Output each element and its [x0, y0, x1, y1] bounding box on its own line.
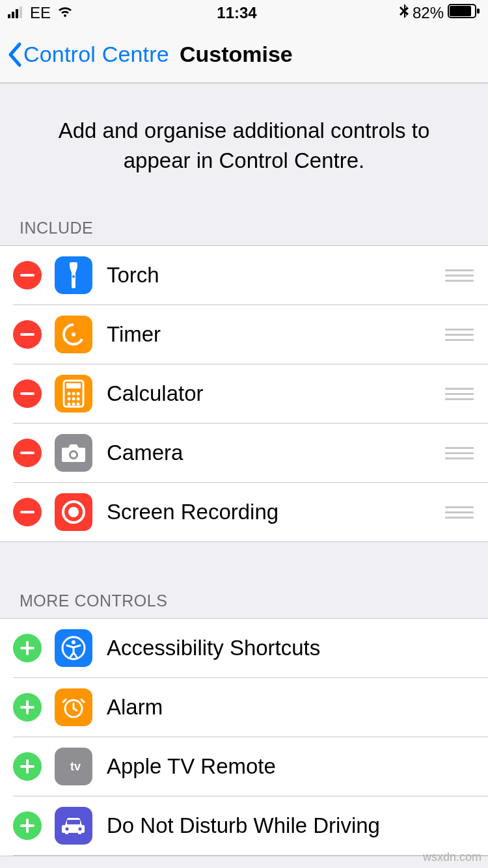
- svg-rect-15: [66, 383, 81, 388]
- camera-icon: [55, 434, 92, 472]
- list-item-alarm: Alarm: [0, 678, 488, 737]
- signal-icon: [8, 4, 25, 22]
- battery-icon: [448, 4, 480, 22]
- status-right: 82%: [400, 4, 480, 22]
- row-label: Screen Recording: [107, 500, 445, 524]
- svg-rect-6: [477, 8, 480, 14]
- row-label: Calculator: [107, 381, 445, 406]
- svg-point-22: [68, 403, 71, 406]
- remove-button[interactable]: [13, 261, 42, 290]
- record-icon: [55, 493, 92, 531]
- section-header-more: MORE CONTROLS: [0, 581, 488, 618]
- svg-rect-32: [20, 647, 34, 649]
- svg-rect-42: [20, 824, 34, 827]
- svg-rect-3: [20, 7, 22, 18]
- drag-handle-icon[interactable]: [445, 447, 474, 459]
- list-item-accessibility: Accessibility Shortcuts: [0, 619, 488, 677]
- timer-icon: [55, 316, 92, 353]
- add-button[interactable]: [13, 634, 42, 662]
- svg-rect-25: [20, 452, 34, 454]
- drag-handle-icon[interactable]: [445, 269, 474, 282]
- row-label: Accessibility Shortcuts: [107, 636, 488, 660]
- list-item-dnd-driving: Do Not Disturb While Driving: [0, 796, 488, 855]
- add-button[interactable]: [13, 811, 42, 840]
- remove-button[interactable]: [13, 439, 42, 467]
- remove-button[interactable]: [13, 320, 42, 349]
- svg-point-21: [77, 398, 80, 401]
- drag-handle-icon[interactable]: [445, 506, 474, 519]
- svg-point-24: [77, 403, 80, 406]
- status-bar: EE 11:34 82%: [0, 0, 488, 26]
- add-button[interactable]: [13, 752, 42, 781]
- svg-point-34: [72, 640, 75, 644]
- watermark: wsxdn.com: [423, 850, 481, 864]
- list-item-screen-recording: Screen Recording: [0, 483, 488, 541]
- remove-button[interactable]: [13, 498, 42, 526]
- svg-point-9: [72, 275, 75, 278]
- svg-point-16: [68, 392, 71, 396]
- svg-rect-45: [67, 820, 80, 824]
- appletv-icon: tv: [55, 748, 92, 785]
- add-button[interactable]: [13, 693, 42, 722]
- svg-rect-8: [70, 262, 77, 267]
- list-item-torch: Torch: [0, 246, 488, 305]
- svg-text:tv: tv: [70, 760, 81, 773]
- accessibility-icon: [55, 629, 92, 667]
- car-icon: [55, 807, 92, 845]
- svg-rect-5: [450, 6, 471, 16]
- drag-handle-icon[interactable]: [445, 388, 474, 400]
- calculator-icon: [55, 375, 92, 413]
- back-button[interactable]: Control Centre: [23, 42, 169, 67]
- status-time: 11:34: [217, 4, 256, 22]
- svg-point-30: [68, 507, 79, 517]
- torch-icon: [55, 256, 92, 294]
- svg-point-20: [72, 398, 75, 401]
- list-item-camera: Camera: [0, 424, 488, 482]
- back-chevron-icon[interactable]: [7, 42, 22, 68]
- nav-bar: Control Centre Customise: [0, 26, 488, 83]
- include-list: Torch Timer Calculator Camera: [0, 245, 488, 542]
- row-label: Apple TV Remote: [107, 754, 488, 779]
- svg-point-23: [72, 403, 75, 406]
- page-title: Customise: [180, 42, 293, 67]
- alarm-icon: [55, 688, 92, 726]
- svg-rect-0: [8, 14, 10, 18]
- row-label: Alarm: [107, 695, 488, 720]
- row-label: Timer: [107, 322, 445, 347]
- svg-point-19: [68, 398, 71, 401]
- page-description: Add and organise additional controls to …: [0, 83, 488, 208]
- svg-point-44: [79, 828, 82, 831]
- drag-handle-icon[interactable]: [445, 329, 474, 341]
- row-label: Do Not Disturb While Driving: [107, 813, 488, 838]
- more-list: Accessibility Shortcuts Alarm tv Apple T…: [0, 618, 488, 856]
- carrier-label: EE: [30, 4, 51, 22]
- svg-point-43: [66, 828, 69, 831]
- list-item-timer: Timer: [0, 305, 488, 364]
- svg-point-12: [72, 332, 75, 336]
- svg-point-18: [77, 392, 80, 396]
- list-item-apple-tv-remote: tv Apple TV Remote: [0, 737, 488, 796]
- svg-point-27: [71, 452, 76, 457]
- svg-rect-1: [12, 12, 14, 18]
- svg-rect-39: [20, 765, 34, 768]
- wifi-icon: [56, 4, 74, 22]
- section-header-include: INCLUDE: [0, 208, 488, 245]
- remove-button[interactable]: [13, 379, 42, 408]
- svg-rect-13: [20, 392, 34, 395]
- svg-point-17: [72, 392, 75, 396]
- svg-rect-2: [16, 9, 18, 18]
- row-label: Torch: [107, 263, 445, 288]
- svg-rect-10: [20, 333, 34, 336]
- svg-rect-28: [20, 511, 34, 513]
- row-label: Camera: [107, 441, 445, 465]
- bluetooth-icon: [400, 4, 409, 22]
- svg-rect-7: [20, 274, 34, 277]
- list-item-calculator: Calculator: [0, 364, 488, 423]
- status-left: EE: [8, 4, 74, 22]
- svg-rect-36: [20, 706, 34, 709]
- battery-pct: 82%: [413, 4, 444, 22]
